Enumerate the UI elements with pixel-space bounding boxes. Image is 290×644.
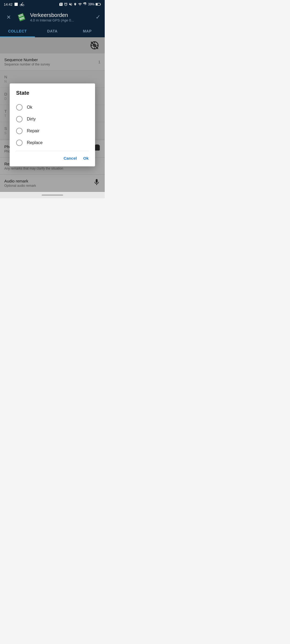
status-time: 14:42: [4, 2, 13, 6]
bottom-indicator: [42, 195, 63, 196]
option-repair[interactable]: Repair: [16, 125, 89, 137]
main-content: Sequence Number Sequence number of the s…: [0, 37, 105, 192]
app-title-group: Verkeersborden 4.0 m Internal GPS (Age 0…: [30, 12, 92, 22]
dialog-divider: [16, 151, 89, 151]
radio-repair[interactable]: [16, 128, 23, 134]
option-replace-label: Replace: [27, 140, 43, 145]
option-repair-label: Repair: [27, 129, 39, 133]
option-ok-label: Ok: [27, 105, 32, 110]
tab-data[interactable]: DATA: [35, 26, 70, 37]
battery-percent: 39%: [88, 2, 95, 6]
status-left: 14:42: [4, 2, 24, 6]
state-dialog: State Ok Dirty Repair Replace Cancel Ok: [10, 83, 95, 166]
wifi-icon: [78, 2, 82, 6]
dialog-actions: Cancel Ok: [16, 152, 89, 163]
status-bar: 14:42 39%: [0, 0, 105, 9]
battery-icon: [96, 3, 101, 6]
radio-replace[interactable]: [16, 140, 23, 146]
sim-icon: [59, 2, 63, 6]
svg-rect-1: [100, 4, 101, 5]
option-ok[interactable]: Ok: [16, 101, 89, 113]
layers-icon: [16, 12, 27, 22]
bike-icon: [20, 2, 24, 6]
app-title: Verkeersborden: [30, 12, 92, 18]
tab-collect[interactable]: COLLECT: [0, 26, 35, 37]
cancel-button[interactable]: Cancel: [64, 154, 77, 162]
alarm-icon: [64, 2, 68, 6]
status-right: 39%: [59, 2, 101, 6]
option-dirty-label: Dirty: [27, 117, 36, 122]
option-dirty[interactable]: Dirty: [16, 113, 89, 125]
radio-ok[interactable]: [16, 104, 23, 111]
radio-dirty[interactable]: [16, 116, 23, 122]
dialog-title: State: [16, 90, 89, 96]
photo-icon: [14, 2, 18, 6]
tab-bar: COLLECT DATA MAP: [0, 26, 105, 37]
app-bar: ✕ Verkeersborden 4.0 m Internal GPS (Age…: [0, 9, 105, 26]
confirm-button[interactable]: ✓: [96, 14, 100, 21]
bottom-bar: [0, 192, 105, 198]
mute-icon: [69, 2, 73, 6]
app-icon: [16, 12, 27, 23]
option-replace[interactable]: Replace: [16, 137, 89, 149]
app-subtitle: 4.0 m Internal GPS (Age 0...: [30, 18, 92, 22]
ok-button[interactable]: Ok: [83, 154, 89, 162]
location-icon: [74, 2, 77, 6]
signal-icon: [83, 2, 87, 6]
svg-rect-2: [96, 3, 98, 5]
tab-map[interactable]: MAP: [70, 26, 105, 37]
close-button[interactable]: ✕: [4, 14, 13, 20]
